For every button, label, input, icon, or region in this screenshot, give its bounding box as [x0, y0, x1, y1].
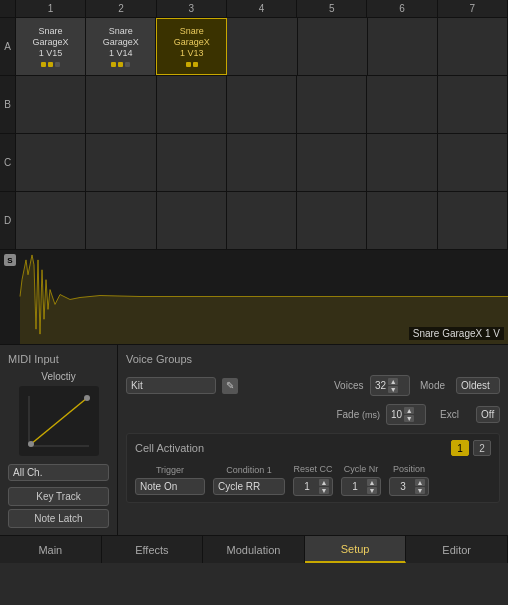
- row-label-d: D: [0, 192, 16, 249]
- cell-a3[interactable]: SnareGarageX1 V13: [156, 18, 227, 75]
- footer-tabs: Main Effects Modulation Setup Editor: [0, 535, 508, 563]
- tab-setup[interactable]: Setup: [305, 536, 407, 563]
- position-down[interactable]: ▼: [415, 487, 425, 494]
- voices-spinner-controls: ▲ ▼: [388, 378, 398, 393]
- cell-b7[interactable]: [438, 76, 508, 133]
- cell-b6[interactable]: [367, 76, 437, 133]
- velocity-section: Veloctiy: [8, 371, 109, 456]
- position-controls: ▲ ▼: [415, 479, 425, 494]
- cell-c3[interactable]: [157, 134, 227, 191]
- velocity-svg: [19, 386, 99, 456]
- voices-down-btn[interactable]: ▼: [388, 386, 398, 393]
- key-track-button[interactable]: Key Track: [8, 487, 109, 506]
- tab-modulation[interactable]: Modulation: [203, 536, 305, 563]
- cell-c2[interactable]: [86, 134, 156, 191]
- cell-a1-name: SnareGarageX1 V15: [33, 26, 69, 58]
- voice-groups-title: Voice Groups: [126, 353, 500, 365]
- fade-spinner[interactable]: 10 ▲ ▼: [386, 404, 426, 425]
- cell-b1[interactable]: [16, 76, 86, 133]
- mode-select[interactable]: Oldest Newest Last: [456, 377, 500, 394]
- position-col: Position 3 ▲ ▼: [389, 464, 429, 496]
- excl-label: Excl: [440, 409, 470, 420]
- reset-cc-col: Reset CC 1 ▲ ▼: [293, 464, 333, 496]
- voices-spinner[interactable]: 32 ▲ ▼: [370, 375, 410, 396]
- ca-row: Trigger Note On Note Off CC Condition 1 …: [135, 464, 491, 496]
- reset-cc-up[interactable]: ▲: [319, 479, 329, 486]
- ca-tabs: 1 2: [451, 440, 491, 456]
- cycle-nr-spinner[interactable]: 1 ▲ ▼: [341, 477, 381, 496]
- cycle-nr-col: Cycle Nr 1 ▲ ▼: [341, 464, 381, 496]
- cycle-nr-up[interactable]: ▲: [367, 479, 377, 486]
- cell-b5[interactable]: [297, 76, 367, 133]
- col-header-4: 4: [227, 0, 297, 17]
- svg-point-28: [28, 441, 34, 447]
- col-header-3: 3: [157, 0, 227, 17]
- ca-tab-2[interactable]: 2: [473, 440, 491, 456]
- cell-a6[interactable]: [368, 18, 438, 75]
- reset-cc-spinner[interactable]: 1 ▲ ▼: [293, 477, 333, 496]
- col-header-5: 5: [297, 0, 367, 17]
- voices-label: Voices: [334, 380, 364, 391]
- edit-kit-icon[interactable]: ✎: [222, 378, 238, 394]
- cell-b4[interactable]: [227, 76, 297, 133]
- cycle-nr-down[interactable]: ▼: [367, 487, 377, 494]
- kit-select[interactable]: Kit: [126, 377, 216, 394]
- mode-label: Mode: [420, 380, 450, 391]
- voices-value: 32: [375, 380, 386, 391]
- fade-unit: (ms): [362, 410, 380, 420]
- waveform-track-name: Snare GarageX 1 V: [409, 327, 504, 340]
- excl-select[interactable]: Off On: [476, 406, 500, 423]
- cell-d5[interactable]: [297, 192, 367, 249]
- cell-d6[interactable]: [367, 192, 437, 249]
- cell-c7[interactable]: [438, 134, 508, 191]
- ca-tab-1[interactable]: 1: [451, 440, 469, 456]
- tab-effects[interactable]: Effects: [102, 536, 204, 563]
- cell-a4[interactable]: [227, 18, 297, 75]
- grid-corner: [0, 0, 16, 17]
- position-value: 3: [393, 481, 413, 492]
- col-header-6: 6: [367, 0, 437, 17]
- cycle-nr-controls: ▲ ▼: [367, 479, 377, 494]
- fade-up-btn[interactable]: ▲: [404, 407, 414, 414]
- condition1-select[interactable]: Cycle RR Random Fixed: [213, 478, 285, 495]
- position-up[interactable]: ▲: [415, 479, 425, 486]
- cell-c1[interactable]: [16, 134, 86, 191]
- cell-d1[interactable]: [16, 192, 86, 249]
- col-header-7: 7: [438, 0, 508, 17]
- cell-a7[interactable]: [438, 18, 508, 75]
- cell-a5[interactable]: [298, 18, 368, 75]
- cell-b3[interactable]: [157, 76, 227, 133]
- cell-d4[interactable]: [227, 192, 297, 249]
- cell-a2-dots: [111, 62, 130, 67]
- reset-cc-down[interactable]: ▼: [319, 487, 329, 494]
- position-spinner[interactable]: 3 ▲ ▼: [389, 477, 429, 496]
- channel-select[interactable]: All Ch. Ch. 1 Ch. 2: [8, 464, 109, 481]
- cell-c5[interactable]: [297, 134, 367, 191]
- tab-main[interactable]: Main: [0, 536, 102, 563]
- cell-a1[interactable]: SnareGarageX1 V15: [16, 18, 86, 75]
- cell-c4[interactable]: [227, 134, 297, 191]
- channel-select-wrap[interactable]: All Ch. Ch. 1 Ch. 2: [8, 464, 109, 481]
- fade-value: 10: [391, 409, 402, 420]
- grid-row-a: A SnareGarageX1 V15 SnareGarageX1 V14 Sn…: [0, 18, 508, 76]
- row-label-a: A: [0, 18, 16, 75]
- midi-input-panel: MIDI Input Veloctiy All Ch. Ch. 1 Ch. 2: [0, 345, 118, 535]
- velocity-label: Veloctiy: [41, 371, 75, 382]
- cell-d2[interactable]: [86, 192, 156, 249]
- grid-row-c: C: [0, 134, 508, 192]
- voices-up-btn[interactable]: ▲: [388, 378, 398, 385]
- reset-cc-value: 1: [297, 481, 317, 492]
- vg-row-1: Kit ✎ Voices 32 ▲ ▼ Mode Oldest Newest L…: [126, 375, 500, 396]
- cell-d3[interactable]: [157, 192, 227, 249]
- fade-down-btn[interactable]: ▼: [404, 415, 414, 422]
- trigger-select[interactable]: Note On Note Off CC: [135, 478, 205, 495]
- cell-a2[interactable]: SnareGarageX1 V14: [86, 18, 156, 75]
- cell-d7[interactable]: [438, 192, 508, 249]
- note-latch-button[interactable]: Note Latch: [8, 509, 109, 528]
- waveform-s-badge: S: [4, 254, 16, 266]
- cell-b2[interactable]: [86, 76, 156, 133]
- waveform-section: S: [0, 250, 508, 345]
- voice-groups-panel: Voice Groups Kit ✎ Voices 32 ▲ ▼ Mode Ol…: [118, 345, 508, 535]
- cell-c6[interactable]: [367, 134, 437, 191]
- tab-editor[interactable]: Editor: [406, 536, 508, 563]
